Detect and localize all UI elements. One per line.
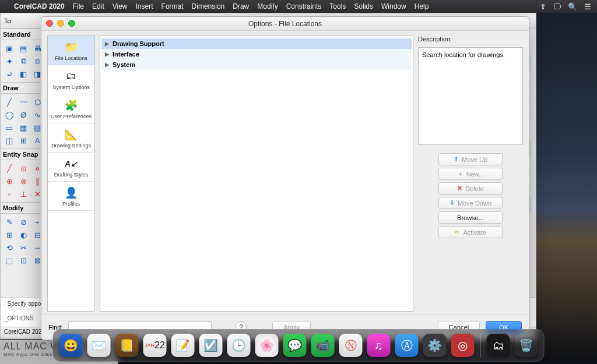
toolbox-column: Standard ▣▤🖶 ✦⧉⧈ ⤾◧◨ Draw ╱〰⬡ ◯Ø∿ ▭▦▨ ◫⊞… [1, 29, 41, 309]
menu-draw[interactable]: Draw [233, 2, 249, 10]
tool-icon[interactable]: ✦ [3, 55, 16, 67]
options-category-sidebar: 📁 File Locations 🗂 System Options 🧩 User… [47, 36, 95, 312]
mac-dock: 😀 ✉️ 📒 JAN22 📝 ☑️ 🕒 🌸 💬 📹 Ⓝ ♫ Ⓐ ⚙️ ◎ 🗂 🗑… [53, 329, 545, 362]
menu-dimension[interactable]: Dimension [192, 2, 225, 10]
dialog-titlebar[interactable]: Options - File Locations [41, 17, 529, 31]
menu-window[interactable]: Window [381, 2, 406, 10]
dock-app-clock[interactable]: 🕒 [227, 334, 251, 357]
dock-app-photos[interactable]: 🌸 [255, 334, 279, 357]
dock-app-finder[interactable]: 😀 [59, 334, 83, 357]
dock-app-settings[interactable]: ⚙️ [423, 334, 447, 357]
tool-icon[interactable]: ⧉ [17, 55, 30, 67]
tool-icon[interactable]: ⊗ [17, 175, 30, 187]
tool-icon[interactable]: ⊘ [17, 216, 30, 228]
dock-app-mail[interactable]: ✉️ [87, 334, 111, 357]
options-dialog: Options - File Locations 📁 File Location… [41, 16, 529, 340]
dock-separator [480, 334, 481, 357]
category-profiles[interactable]: 👤 Profiles [48, 182, 94, 211]
description-label: Description: [418, 36, 523, 43]
category-drawing-settings[interactable]: 📐 Drawing Settings [48, 123, 94, 153]
activate-icon: ➪ [455, 228, 460, 236]
tool-icon[interactable]: ▣ [3, 43, 16, 54]
disclosure-triangle-icon[interactable]: ▶ [105, 41, 109, 47]
tool-icon[interactable]: ╱ [3, 96, 16, 108]
dock-app-corelcad[interactable]: ◎ [451, 334, 475, 357]
drawing-icon: 📐 [63, 128, 79, 142]
menu-modify[interactable]: Modify [257, 2, 278, 10]
tool-icon[interactable]: ⊥ [17, 188, 30, 200]
tool-icon[interactable]: ◧ [17, 68, 30, 80]
dock-trash[interactable]: 🗑️ [515, 334, 538, 357]
category-file-locations[interactable]: 📁 File Locations [48, 36, 94, 65]
tool-icon[interactable]: 〰 [17, 96, 30, 108]
disclosure-triangle-icon[interactable]: ▶ [105, 51, 109, 57]
category-user-preferences[interactable]: 🧩 User Preferences [48, 94, 94, 123]
desktop: To Standard ▣▤🖶 ✦⧉⧈ ⤾◧◨ Draw ╱〰⬡ ◯Ø∿ ▭▦▨… [0, 13, 597, 364]
arrow-down-icon: ⬇ [449, 199, 455, 207]
dock-app-notes[interactable]: 📝 [171, 334, 195, 357]
tool-icon[interactable]: ◯ [3, 109, 16, 121]
tree-item-system[interactable]: ▶ System [101, 59, 412, 70]
options-tree[interactable]: ▶ Drawing Support ▶ Interface ▶ System [100, 36, 413, 312]
profile-icon: 👤 [63, 186, 79, 200]
dock-app-news[interactable]: Ⓝ [339, 334, 363, 357]
tool-icon[interactable]: ⬚ [3, 255, 16, 266]
dock-app-facetime[interactable]: 📹 [311, 334, 335, 357]
spotlight-icon[interactable]: 🔍 [568, 2, 577, 11]
tool-icon[interactable]: ▤ [17, 43, 30, 54]
tool-icon[interactable]: ◫ [3, 135, 16, 146]
menu-solids[interactable]: Solids [354, 2, 373, 10]
menu-view[interactable]: View [113, 2, 128, 10]
tool-icon[interactable]: ⊞ [3, 229, 16, 241]
delete-button: ✖Delete [438, 182, 503, 195]
menu-file[interactable]: File [73, 2, 84, 10]
tool-icon[interactable]: ⊙ [17, 162, 30, 174]
dock-app-reminders[interactable]: ☑️ [199, 334, 223, 357]
menu-constraints[interactable]: Constraints [286, 2, 322, 10]
zoom-icon[interactable] [68, 20, 75, 27]
dock-app-messages[interactable]: 💬 [283, 334, 307, 357]
menu-help[interactable]: Help [415, 2, 429, 10]
control-center-icon[interactable]: ☰ [584, 2, 591, 11]
share-icon[interactable]: ⇪ [540, 2, 546, 11]
description-text: Search location for drawings. [418, 47, 523, 145]
dock-app-contacts[interactable]: 📒 [115, 334, 139, 357]
close-icon[interactable] [46, 20, 53, 27]
category-drafting-styles[interactable]: A↙ Drafting Styles [48, 153, 94, 182]
tool-icon[interactable]: ✂ [17, 242, 30, 253]
path-buttons: ⬆Move Up ＋New... ✖Delete ⬇Move Down Brow… [418, 150, 523, 242]
preferences-icon: 🧩 [63, 98, 79, 112]
tool-icon[interactable]: ◦ [3, 188, 16, 200]
tool-icon[interactable]: ✎ [3, 216, 16, 228]
dock-folder[interactable]: 🗂 [487, 334, 510, 357]
tool-icon[interactable]: ⊡ [17, 255, 30, 266]
tool-icon[interactable]: ▦ [17, 122, 30, 133]
dock-app-music[interactable]: ♫ [367, 334, 391, 357]
tool-icon[interactable]: ▭ [3, 122, 16, 133]
menu-edit[interactable]: Edit [92, 2, 104, 10]
mac-menubar: CorelCAD 2020 File Edit View Insert Form… [0, 0, 597, 13]
menu-insert[interactable]: Insert [136, 2, 153, 10]
toolbox-modify-header: Modify [1, 202, 41, 214]
tool-icon[interactable]: Ø [17, 109, 30, 121]
tool-icon[interactable]: ⟲ [3, 242, 16, 253]
category-system-options[interactable]: 🗂 System Options [48, 65, 94, 94]
system-icon: 🗂 [63, 69, 79, 83]
dock-app-appstore[interactable]: Ⓐ [395, 334, 419, 357]
menu-tools[interactable]: Tools [329, 2, 346, 10]
displays-icon[interactable]: 🖵 [553, 2, 561, 11]
app-name[interactable]: CorelCAD 2020 [14, 2, 65, 10]
tool-icon[interactable]: ◐ [17, 229, 30, 241]
dock-app-calendar[interactable]: JAN22 [143, 334, 167, 357]
tool-icon[interactable]: ⊕ [3, 175, 16, 187]
browse-button[interactable]: Browse... [438, 211, 503, 224]
menu-format[interactable]: Format [161, 2, 184, 10]
minimize-icon[interactable] [57, 20, 64, 27]
tree-item-interface[interactable]: ▶ Interface [101, 49, 412, 59]
delete-icon: ✖ [457, 185, 462, 192]
disclosure-triangle-icon[interactable]: ▶ [105, 62, 109, 68]
tool-icon[interactable]: ⤾ [3, 68, 16, 80]
tree-item-drawing-support[interactable]: ▶ Drawing Support [101, 38, 412, 49]
tool-icon[interactable]: ⊞ [17, 135, 30, 146]
tool-icon[interactable]: ╱ [3, 162, 16, 174]
